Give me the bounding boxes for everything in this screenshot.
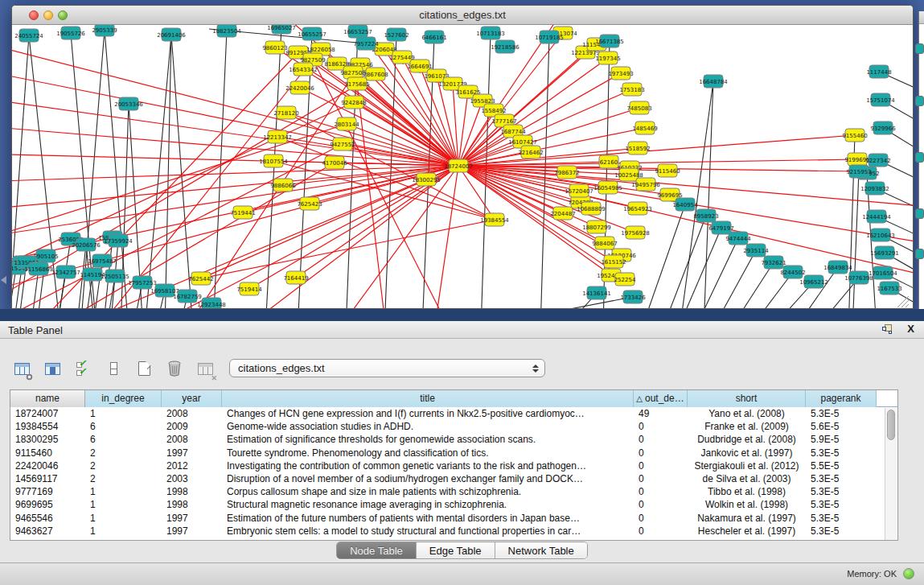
graph-node[interactable]: 18823504	[212, 25, 241, 37]
graph-node[interactable]: 20691406	[157, 28, 186, 41]
graph-node[interactable]: 252254	[614, 273, 636, 286]
graph-node[interactable]: 19384554	[480, 213, 509, 226]
graph-node[interactable]: 7957224	[353, 37, 379, 50]
table-scrollbar[interactable]	[885, 408, 897, 540]
table-row[interactable]: 977716911998Corpus callosum shape and si…	[10, 485, 897, 498]
graph-node[interactable]: 1733426	[620, 290, 646, 303]
graph-node[interactable]: 7625442	[188, 272, 213, 285]
create-column-button[interactable]	[133, 358, 154, 379]
graph-node[interactable]: 10655257	[298, 27, 326, 40]
graph-node[interactable]: 1973493	[608, 67, 633, 80]
graph-node[interactable]: 15693291	[870, 246, 899, 259]
graph-node[interactable]: 16965027	[267, 25, 296, 34]
column-header-title[interactable]: title	[222, 390, 634, 407]
graph-node[interactable]: 19495796	[631, 178, 660, 191]
graph-node[interactable]: 2803144	[334, 117, 359, 130]
graph-node[interactable]: 14136141	[582, 286, 611, 299]
float-panel-icon[interactable]	[882, 324, 893, 335]
graph-node[interactable]: 7519441	[230, 206, 255, 219]
graph-node[interactable]: 3175685	[344, 77, 369, 90]
table-selector-dropdown[interactable]: citations_edges.txt	[229, 359, 545, 377]
graph-node[interactable]: 16648784	[699, 75, 728, 88]
table-row[interactable]: 911546021997Tourette syndrome. Phenomeno…	[10, 447, 897, 459]
graph-node[interactable]: 19218586	[491, 40, 519, 53]
graph-node[interactable]: 1527602	[384, 28, 409, 41]
delete-table-button[interactable]: ✕	[195, 358, 216, 379]
graph-node[interactable]: 16849834	[823, 261, 852, 274]
graph-node[interactable]: 9242848	[341, 96, 366, 109]
table-settings-button[interactable]	[11, 358, 32, 379]
table-row[interactable]: 946362711997Embryonic stem cells: a mode…	[10, 525, 897, 538]
graph-node[interactable]: 1753183	[619, 83, 644, 96]
graph-node[interactable]: 2718120	[273, 106, 298, 119]
column-header-name[interactable]: name	[10, 390, 85, 407]
graph-node[interactable]: 9155460	[842, 129, 867, 142]
delete-column-button[interactable]	[164, 358, 185, 379]
graph-node[interactable]: 3216462	[518, 146, 543, 159]
graph-node[interactable]: 17359924	[104, 234, 133, 247]
graph-node[interactable]: 1518592	[625, 142, 650, 154]
network-canvas[interactable]: 1872400798601238912954182260589827509165…	[12, 25, 913, 308]
graph-node[interactable]: 9860123	[262, 41, 287, 54]
tab-node-table[interactable]: Node Table	[337, 542, 417, 558]
graph-node[interactable]: 7986372	[554, 166, 579, 179]
column-header-year[interactable]: year	[162, 390, 222, 407]
graph-node[interactable]: 9227342	[865, 154, 890, 167]
graph-node[interactable]: 16653257	[343, 25, 372, 38]
network-window-titlebar[interactable]: citations_edges.txt	[12, 6, 913, 25]
graph-node[interactable]: 10965212	[799, 275, 828, 288]
background-network-window[interactable]	[918, 11, 924, 309]
graph-node[interactable]: 7485083	[626, 101, 651, 114]
table-row[interactable]: 946554611997Estimation of the future num…	[10, 512, 897, 525]
graph-node[interactable]: 7932621	[761, 256, 786, 269]
collapsed-panel-arrow-icon[interactable]	[1, 276, 6, 284]
graph-node[interactable]: 7625423	[297, 197, 322, 210]
graph-node[interactable]: 8958923	[693, 209, 718, 222]
table-panel-titlebar[interactable]: Table Panel X	[0, 321, 924, 339]
graph-node[interactable]: 16975487	[88, 254, 117, 267]
graph-node[interactable]: 1640954	[672, 198, 698, 211]
table-row[interactable]: 969969511998Structural magnetic resonanc…	[10, 498, 897, 511]
graph-canvas[interactable]: 1872400798601238912954182260589827509165…	[12, 25, 913, 308]
graph-node[interactable]: 22420046	[285, 81, 314, 94]
graph-node[interactable]: 19756928	[621, 226, 650, 239]
memory-status-indicator[interactable]	[903, 568, 914, 579]
scrollbar-thumb[interactable]	[887, 410, 895, 440]
graph-node[interactable]: 7164419	[283, 271, 308, 284]
network-view-window[interactable]: citations_edges.txt 18724007986012389129…	[11, 5, 914, 309]
graph-node[interactable]: 19654923	[623, 202, 652, 215]
graph-node[interactable]: 24055724	[14, 29, 43, 42]
column-select-button[interactable]	[42, 358, 63, 379]
table-row[interactable]: 1830029562008Estimation of significance …	[10, 433, 897, 446]
column-header-in_degree[interactable]: in_degree	[85, 390, 162, 407]
graph-node[interactable]: 9329966	[870, 122, 896, 134]
table-row[interactable]: 1872400712008Changes of HCN gene express…	[10, 407, 897, 420]
graph-node[interactable]: 20053346	[114, 97, 143, 110]
graph-node[interactable]: 9215953	[846, 165, 871, 178]
close-panel-icon[interactable]: X	[907, 323, 914, 335]
table-row[interactable]: 1456911722003Disruption of a novel membe…	[10, 472, 897, 485]
tab-network-table[interactable]: Network Table	[495, 542, 587, 558]
graph-node[interactable]: 4170046	[322, 156, 347, 169]
selection-mode-button[interactable]: ✓ ✓	[72, 358, 93, 379]
graph-node[interactable]: 1615152	[601, 255, 626, 268]
tab-edge-table[interactable]: Edge Table	[417, 542, 495, 558]
graph-node[interactable]: 1485469	[632, 122, 657, 134]
graph-node[interactable]: 2204487	[550, 207, 575, 220]
graph-node[interactable]: 9474444	[725, 232, 751, 245]
graph-node[interactable]: 2905339	[92, 25, 117, 36]
graph-node[interactable]: 15751074	[866, 93, 895, 106]
graph-node[interactable]: 10713183	[476, 27, 505, 39]
graph-node[interactable]: 15720407	[565, 184, 593, 197]
row-height-button[interactable]	[103, 358, 124, 379]
graph-node[interactable]: 6466161	[421, 31, 446, 43]
graph-node[interactable]: 20206576	[72, 238, 101, 251]
column-header-short[interactable]: short	[688, 390, 806, 407]
graph-node[interactable]: 62160	[599, 155, 618, 168]
graph-node[interactable]: 7519414	[236, 282, 262, 295]
graph-node[interactable]: 9884067	[592, 237, 617, 249]
graph-node[interactable]: 1197345	[595, 51, 620, 64]
column-header-pagerank[interactable]: pagerank	[806, 390, 877, 407]
graph-node[interactable]: 1117448	[866, 65, 891, 78]
canvas-resize-grip[interactable]	[897, 296, 909, 307]
